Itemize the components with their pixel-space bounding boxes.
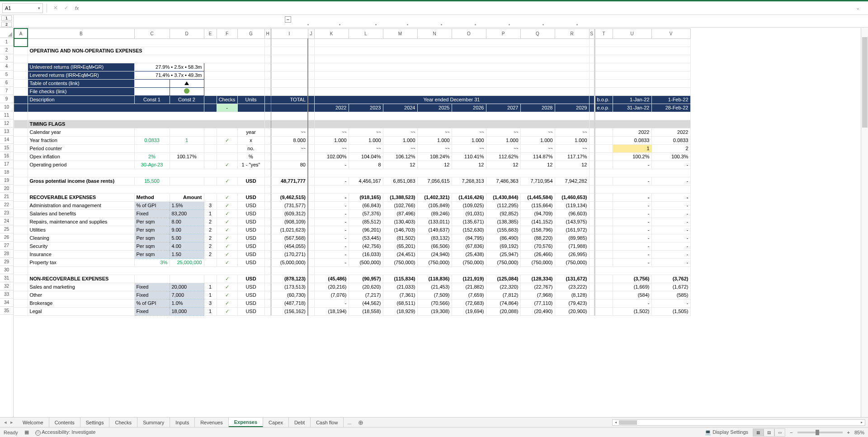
zoom-out-button[interactable]: − [790, 430, 793, 435]
row-header-33[interactable]: 33 [0, 290, 13, 299]
zoom-level[interactable]: 85% [854, 430, 864, 435]
col-header-Q[interactable]: Q [520, 28, 555, 38]
row-header-24[interactable]: 24 [0, 217, 13, 225]
row-header-22[interactable]: 22 [0, 201, 13, 209]
tabs-more[interactable]: ... [344, 420, 355, 425]
tab-summary[interactable]: Summary [137, 418, 170, 427]
tab-nav-prev-icon[interactable]: ▸ [9, 419, 14, 425]
row-header-27[interactable]: 27 [0, 242, 13, 250]
row-header-14[interactable]: 14 [0, 136, 13, 144]
toc-link[interactable]: Table of contents (link) [28, 79, 134, 87]
col-header-D[interactable]: D [170, 28, 204, 38]
horizontal-scroll-thumb[interactable] [619, 420, 637, 425]
cell-A1[interactable] [14, 38, 28, 47]
method-brk[interactable]: % of GPI [134, 299, 170, 307]
row-header-18[interactable]: 18 [0, 168, 13, 176]
amount-sec2[interactable]: 4.00 [170, 242, 204, 250]
tab-cash-flow[interactable]: Cash flow [311, 418, 344, 427]
row-header-11[interactable]: 11 [0, 111, 13, 119]
expand-formula-bar-icon[interactable]: ⌄ [853, 5, 862, 11]
row-header-9[interactable]: 9 [0, 95, 13, 103]
col-outline-level-2[interactable]: 2 [1, 22, 12, 27]
name-box[interactable]: A1 ▾ [2, 3, 43, 13]
method-ins[interactable]: Per sqm [134, 250, 170, 258]
row-header-2[interactable]: 2 [0, 46, 13, 54]
amount-admin[interactable]: 1.5% [170, 201, 204, 209]
row-header-7[interactable]: 7 [0, 87, 13, 95]
col-header-F[interactable]: F [217, 28, 237, 38]
spreadsheet-grid[interactable]: ABCDEFGHIJKLMNOPQRSTUV OPERATING AND NON… [14, 28, 868, 417]
row-header-6[interactable]: 6 [0, 79, 13, 87]
col-header-R[interactable]: R [555, 28, 589, 38]
col-header-L[interactable]: L [349, 28, 383, 38]
tab-contents[interactable]: Contents [49, 418, 80, 427]
amount-leg[interactable]: 18,000 [170, 307, 204, 315]
col-header-G[interactable]: G [237, 28, 264, 38]
amount-oth[interactable]: 7,000 [170, 291, 204, 299]
amount-clean[interactable]: 5.00 [170, 234, 204, 242]
zoom-in-button[interactable]: + [847, 430, 850, 435]
col-header-M[interactable]: M [383, 28, 417, 38]
method-sec2[interactable]: Per sqm [134, 242, 170, 250]
cancel-formula-icon[interactable]: ✕ [51, 4, 60, 13]
col-header-H[interactable]: H [264, 28, 271, 38]
accept-formula-icon[interactable]: ✓ [61, 4, 71, 13]
col-header-J[interactable]: J [308, 28, 314, 38]
tab-inputs[interactable]: Inputs [170, 418, 195, 427]
row-header-26[interactable]: 26 [0, 233, 13, 242]
amount-brk[interactable]: 1.0% [170, 299, 204, 307]
col-header-N[interactable]: N [417, 28, 452, 38]
view-page-break-button[interactable]: ▭ [774, 428, 785, 437]
add-sheet-button[interactable]: ⊕ [355, 419, 366, 426]
row-header-28[interactable]: 28 [0, 250, 13, 258]
col-header-U[interactable]: U [613, 28, 651, 38]
col-header-V[interactable]: V [651, 28, 690, 38]
view-normal-button[interactable]: ▦ [753, 428, 764, 437]
tab-capex[interactable]: Capex [263, 418, 289, 427]
zoom-slider[interactable] [797, 432, 843, 433]
row-header-35[interactable]: 35 [0, 307, 13, 315]
row-header-12[interactable]: 12 [0, 119, 13, 128]
display-settings-button[interactable]: 💻 Display Settings [705, 429, 748, 435]
fx-icon[interactable]: fx [72, 4, 81, 13]
col-header-K[interactable]: K [314, 28, 349, 38]
amount-sal[interactable]: 83,200 [170, 209, 204, 218]
amount-ins[interactable]: 1.50 [170, 250, 204, 258]
method-oth[interactable]: Fixed [134, 291, 170, 299]
col-header-P[interactable]: P [486, 28, 520, 38]
row-header-20[interactable]: 20 [0, 185, 13, 193]
scroll-right-icon[interactable]: ▸ [859, 420, 865, 425]
row-header-23[interactable]: 23 [0, 209, 13, 217]
row-header-19[interactable]: 19 [0, 176, 13, 185]
method-util[interactable]: Per sqm [134, 226, 170, 234]
vertical-scrollbar[interactable] [861, 28, 868, 417]
tab-nav-first-icon[interactable]: ◂ [3, 419, 8, 425]
method-sm[interactable]: Fixed [134, 283, 170, 291]
method-clean[interactable]: Per sqm [134, 234, 170, 242]
col-header-S[interactable]: S [589, 28, 594, 38]
col-header-E[interactable]: E [204, 28, 217, 38]
outline-collapse-button[interactable]: − [285, 16, 291, 23]
tab-debt[interactable]: Debt [289, 418, 311, 427]
tab-welcome[interactable]: Welcome [17, 418, 49, 427]
amount-sm[interactable]: 20,000 [170, 283, 204, 291]
horizontal-scrollbar[interactable]: ◂ ▸ [612, 419, 865, 426]
amount-rep[interactable]: 8.00 [170, 218, 204, 226]
row-header-29[interactable]: 29 [0, 258, 13, 266]
name-box-dropdown-icon[interactable]: ▾ [38, 6, 40, 10]
checks-link[interactable]: File checks (link) [28, 87, 134, 95]
row-header-4[interactable]: 4 [0, 62, 13, 71]
row-header-15[interactable]: 15 [0, 144, 13, 152]
col-header-O[interactable]: O [452, 28, 486, 38]
select-all-corner[interactable] [0, 28, 14, 38]
method-rep[interactable]: Per sqm [134, 218, 170, 226]
col-header-C[interactable]: C [134, 28, 170, 38]
col-header-T[interactable]: T [594, 28, 613, 38]
tab-settings[interactable]: Settings [80, 418, 110, 427]
row-header-32[interactable]: 32 [0, 282, 13, 290]
tab-expenses[interactable]: Expenses [229, 418, 263, 427]
col-header-A[interactable]: A [14, 28, 28, 38]
accessibility-status[interactable]: ⚇ Accessibility: Investigate [35, 429, 96, 436]
row-header-34[interactable]: 34 [0, 299, 13, 307]
row-header-31[interactable]: 31 [0, 274, 13, 282]
